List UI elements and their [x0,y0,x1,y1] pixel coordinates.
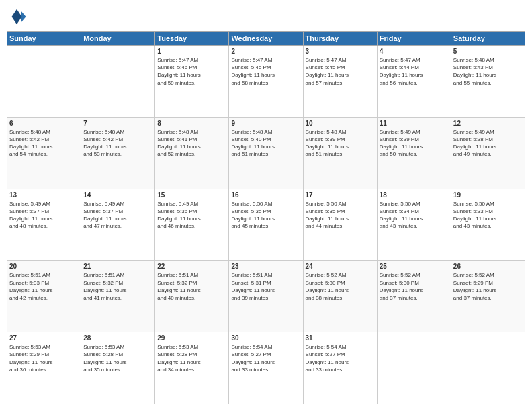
calendar-cell: 31Sunrise: 5:54 AM Sunset: 5:27 PM Dayli… [303,332,377,404]
day-content: Sunrise: 5:53 AM Sunset: 5:28 PM Dayligh… [83,343,152,373]
day-content: Sunrise: 5:48 AM Sunset: 5:39 PM Dayligh… [306,128,375,158]
day-number: 15 [157,191,226,199]
calendar-cell: 23Sunrise: 5:51 AM Sunset: 5:31 PM Dayli… [229,261,303,332]
day-number: 7 [83,120,152,127]
day-content: Sunrise: 5:48 AM Sunset: 5:41 PM Dayligh… [157,128,226,158]
calendar-cell: 4Sunrise: 5:47 AM Sunset: 5:44 PM Daylig… [377,46,451,118]
day-content: Sunrise: 5:49 AM Sunset: 5:36 PM Dayligh… [157,200,226,230]
calendar-header-friday: Friday [377,32,451,46]
calendar-cell: 30Sunrise: 5:54 AM Sunset: 5:27 PM Dayli… [229,332,303,404]
calendar-cell: 7Sunrise: 5:48 AM Sunset: 5:42 PM Daylig… [81,117,155,189]
day-number: 30 [231,334,300,342]
day-number: 6 [9,120,79,127]
calendar-cell [81,46,155,118]
day-content: Sunrise: 5:50 AM Sunset: 5:35 PM Dayligh… [231,200,300,230]
calendar-cell: 16Sunrise: 5:50 AM Sunset: 5:35 PM Dayli… [229,189,303,261]
day-content: Sunrise: 5:53 AM Sunset: 5:28 PM Dayligh… [157,343,226,373]
day-number: 20 [9,263,79,270]
day-number: 28 [83,334,152,342]
day-number: 25 [380,263,449,270]
day-number: 16 [231,191,300,199]
calendar-cell: 14Sunrise: 5:49 AM Sunset: 5:37 PM Dayli… [81,189,155,261]
logo [7,7,30,27]
day-content: Sunrise: 5:51 AM Sunset: 5:33 PM Dayligh… [9,271,79,302]
calendar-cell: 10Sunrise: 5:48 AM Sunset: 5:39 PM Dayli… [303,117,377,189]
day-content: Sunrise: 5:50 AM Sunset: 5:34 PM Dayligh… [380,200,449,230]
calendar-cell: 24Sunrise: 5:52 AM Sunset: 5:30 PM Dayli… [303,261,377,332]
calendar-cell: 18Sunrise: 5:50 AM Sunset: 5:34 PM Dayli… [377,189,451,261]
day-content: Sunrise: 5:53 AM Sunset: 5:29 PM Dayligh… [9,343,79,373]
day-number: 9 [231,120,300,127]
day-content: Sunrise: 5:47 AM Sunset: 5:46 PM Dayligh… [157,56,226,87]
calendar-header-tuesday: Tuesday [155,32,229,46]
day-number: 22 [157,263,226,270]
day-content: Sunrise: 5:48 AM Sunset: 5:42 PM Dayligh… [83,128,152,158]
calendar-week-4: 20Sunrise: 5:51 AM Sunset: 5:33 PM Dayli… [7,261,525,332]
day-content: Sunrise: 5:47 AM Sunset: 5:45 PM Dayligh… [306,56,375,87]
day-content: Sunrise: 5:49 AM Sunset: 5:38 PM Dayligh… [453,128,523,158]
day-number: 13 [9,191,79,199]
calendar-cell: 22Sunrise: 5:51 AM Sunset: 5:32 PM Dayli… [155,261,229,332]
calendar-cell: 20Sunrise: 5:51 AM Sunset: 5:33 PM Dayli… [7,261,81,332]
calendar-week-3: 13Sunrise: 5:49 AM Sunset: 5:37 PM Dayli… [7,189,525,261]
calendar-cell: 17Sunrise: 5:50 AM Sunset: 5:35 PM Dayli… [303,189,377,261]
day-number: 11 [380,120,449,127]
calendar-cell: 29Sunrise: 5:53 AM Sunset: 5:28 PM Dayli… [155,332,229,404]
day-content: Sunrise: 5:52 AM Sunset: 5:29 PM Dayligh… [453,271,523,302]
calendar-cell: 26Sunrise: 5:52 AM Sunset: 5:29 PM Dayli… [451,261,525,332]
day-number: 24 [306,263,375,270]
calendar-header-row: SundayMondayTuesdayWednesdayThursdayFrid… [7,32,525,46]
day-number: 3 [306,48,375,55]
calendar-week-2: 6Sunrise: 5:48 AM Sunset: 5:42 PM Daylig… [7,117,525,189]
calendar-cell: 15Sunrise: 5:49 AM Sunset: 5:36 PM Dayli… [155,189,229,261]
day-content: Sunrise: 5:48 AM Sunset: 5:42 PM Dayligh… [9,128,79,158]
day-number: 26 [453,263,523,270]
calendar-header-wednesday: Wednesday [229,32,303,46]
calendar-cell: 1Sunrise: 5:47 AM Sunset: 5:46 PM Daylig… [155,46,229,118]
day-number: 4 [380,48,449,55]
day-number: 23 [231,263,300,270]
day-content: Sunrise: 5:47 AM Sunset: 5:44 PM Dayligh… [380,56,449,87]
day-number: 29 [157,334,226,342]
calendar-cell: 9Sunrise: 5:48 AM Sunset: 5:40 PM Daylig… [229,117,303,189]
calendar-cell [451,332,525,404]
calendar-cell: 11Sunrise: 5:49 AM Sunset: 5:39 PM Dayli… [377,117,451,189]
day-number: 19 [453,191,523,199]
day-number: 1 [157,48,226,55]
calendar-cell [377,332,451,404]
day-content: Sunrise: 5:47 AM Sunset: 5:45 PM Dayligh… [231,56,300,87]
day-content: Sunrise: 5:51 AM Sunset: 5:32 PM Dayligh… [157,271,226,302]
day-number: 8 [157,120,226,127]
day-content: Sunrise: 5:54 AM Sunset: 5:27 PM Dayligh… [306,343,375,373]
calendar-cell: 12Sunrise: 5:49 AM Sunset: 5:38 PM Dayli… [451,117,525,189]
day-content: Sunrise: 5:50 AM Sunset: 5:35 PM Dayligh… [306,200,375,230]
day-number: 18 [380,191,449,199]
day-content: Sunrise: 5:52 AM Sunset: 5:30 PM Dayligh… [380,271,449,302]
day-content: Sunrise: 5:49 AM Sunset: 5:37 PM Dayligh… [83,200,152,230]
header [7,7,525,27]
svg-marker-1 [12,9,22,25]
day-content: Sunrise: 5:48 AM Sunset: 5:40 PM Dayligh… [231,128,300,158]
day-content: Sunrise: 5:48 AM Sunset: 5:43 PM Dayligh… [453,56,523,87]
calendar-cell: 28Sunrise: 5:53 AM Sunset: 5:28 PM Dayli… [81,332,155,404]
page: SundayMondayTuesdayWednesdayThursdayFrid… [0,0,532,411]
calendar-cell: 5Sunrise: 5:48 AM Sunset: 5:43 PM Daylig… [451,46,525,118]
day-number: 5 [453,48,523,55]
day-number: 14 [83,191,152,199]
day-content: Sunrise: 5:49 AM Sunset: 5:39 PM Dayligh… [380,128,449,158]
calendar-cell: 2Sunrise: 5:47 AM Sunset: 5:45 PM Daylig… [229,46,303,118]
calendar-header-thursday: Thursday [303,32,377,46]
calendar-cell: 8Sunrise: 5:48 AM Sunset: 5:41 PM Daylig… [155,117,229,189]
calendar-cell: 19Sunrise: 5:50 AM Sunset: 5:33 PM Dayli… [451,189,525,261]
calendar-week-5: 27Sunrise: 5:53 AM Sunset: 5:29 PM Dayli… [7,332,525,404]
calendar-cell: 3Sunrise: 5:47 AM Sunset: 5:45 PM Daylig… [303,46,377,118]
calendar-header-monday: Monday [81,32,155,46]
day-number: 2 [231,48,300,55]
day-number: 31 [306,334,375,342]
calendar-header-sunday: Sunday [7,32,81,46]
calendar-header-saturday: Saturday [451,32,525,46]
day-number: 27 [9,334,79,342]
calendar-cell: 21Sunrise: 5:51 AM Sunset: 5:32 PM Dayli… [81,261,155,332]
day-content: Sunrise: 5:50 AM Sunset: 5:33 PM Dayligh… [453,200,523,230]
day-content: Sunrise: 5:54 AM Sunset: 5:27 PM Dayligh… [231,343,300,373]
